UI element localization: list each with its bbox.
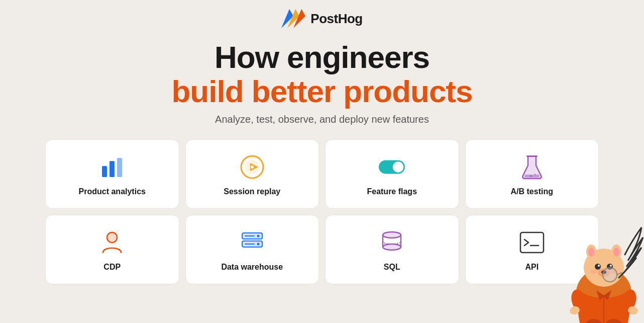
svg-point-55 [603, 268, 617, 282]
svg-point-13 [530, 175, 532, 177]
hedgehog-mascot [564, 212, 644, 323]
svg-point-37 [598, 265, 600, 267]
feature-label-cdp: CDP [103, 263, 121, 272]
feature-label-feature-flags: Feature flags [367, 187, 417, 196]
feature-card-session-replay[interactable]: Session replay [185, 139, 319, 209]
feature-label-session-replay: Session replay [224, 187, 280, 196]
svg-point-22 [257, 243, 259, 246]
svg-point-35 [595, 264, 601, 270]
feature-label-data-warehouse: Data warehouse [221, 263, 283, 272]
database-icon [239, 229, 265, 256]
svg-rect-5 [117, 158, 122, 177]
play-circle-icon [239, 154, 265, 180]
hero-title-line1: How engineers [214, 40, 430, 74]
toggle-icon [379, 154, 405, 180]
svg-point-53 [613, 248, 619, 257]
feature-label-sql: SQL [384, 263, 400, 272]
svg-point-14 [534, 174, 535, 176]
feature-card-ab-testing[interactable]: A/B testing [465, 139, 599, 209]
feature-label-product-analytics: Product analytics [79, 187, 146, 196]
svg-rect-31 [520, 232, 544, 253]
logo-area[interactable]: PostHog [281, 9, 362, 28]
flask-icon [519, 154, 545, 180]
svg-rect-3 [102, 166, 107, 177]
hero-title-line2: build better products [172, 74, 473, 109]
feature-card-product-analytics[interactable]: Product analytics [45, 139, 179, 209]
bar-chart-icon [99, 154, 125, 180]
database2-icon [379, 229, 405, 256]
svg-point-41 [590, 270, 597, 274]
svg-point-38 [610, 265, 612, 267]
hero-subtitle: Analyze, test, observe, and deploy new f… [0, 114, 644, 125]
svg-point-11 [393, 162, 404, 173]
feature-card-data-warehouse[interactable]: Data warehouse [185, 215, 319, 284]
svg-rect-12 [526, 155, 538, 157]
svg-point-21 [257, 235, 259, 237]
person-icon [99, 229, 125, 256]
feature-label-api: API [525, 263, 539, 272]
feature-card-cdp[interactable]: CDP [45, 215, 179, 284]
terminal-icon [519, 229, 545, 256]
feature-label-ab-testing: A/B testing [511, 187, 553, 196]
svg-point-52 [588, 248, 594, 257]
svg-point-9 [251, 166, 254, 169]
svg-rect-4 [110, 161, 115, 177]
features-row2: CDP Data warehouse [0, 215, 644, 284]
feature-card-feature-flags[interactable]: Feature flags [325, 139, 459, 209]
posthog-logo-icon [281, 9, 305, 28]
hero-section: How engineers build better products Anal… [0, 34, 644, 137]
features-row1: Product analytics Session replay Feature… [0, 139, 644, 209]
feature-card-sql[interactable]: SQL [325, 215, 459, 284]
brand-name: PostHog [310, 11, 362, 27]
top-bar: PostHog [0, 0, 644, 34]
